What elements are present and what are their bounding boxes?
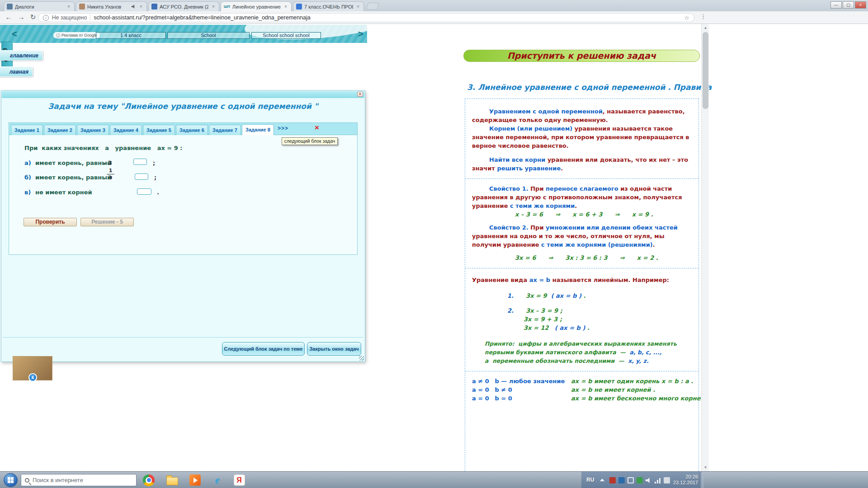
cases-table-row: а = 0 b ≠ 0 ах = b не имеет корней . xyxy=(472,385,692,394)
item-b-tail: ; xyxy=(154,174,156,181)
scroll-down-icon[interactable]: ▼ xyxy=(702,464,709,471)
answer-input-b[interactable] xyxy=(135,174,148,180)
task-tab-6[interactable]: Задание 6 xyxy=(176,125,208,135)
window-minimize-button[interactable]: — xyxy=(830,1,842,9)
tray-update-icon[interactable] xyxy=(637,477,643,483)
modal-close-icon[interactable]: × xyxy=(357,92,363,97)
linear-definition: Уравнение вида ах = b называется линейны… xyxy=(472,276,692,284)
taskbar-clock[interactable]: 20:26 23.12.2017 xyxy=(672,474,698,486)
page-scrollbar[interactable]: ▲ ▼ xyxy=(701,24,709,471)
next-task-block-button[interactable]: Следующий блок задач по теме xyxy=(222,342,305,356)
tray-antivirus-icon[interactable] xyxy=(609,477,616,483)
info-icon[interactable]: i xyxy=(43,15,49,21)
task-tab-2[interactable]: Задание 2 xyxy=(44,125,76,135)
banner-next-arrow[interactable]: > xyxy=(358,29,363,39)
taskbar-explorer-icon[interactable] xyxy=(165,474,179,487)
close-tasks-icon[interactable]: × xyxy=(315,123,319,132)
banner-prev-arrow[interactable]: < xyxy=(12,29,17,39)
tray-network-icon[interactable] xyxy=(655,477,661,483)
sidebar-item-contents[interactable]: главление xyxy=(0,50,43,61)
note-line-1: Принято: цифры в алгебраических выражени… xyxy=(472,339,692,348)
case-result: ах = b не имеет корней . xyxy=(571,386,655,393)
equation-2: 3х = 6 ⇒ 3х : 3 = 6 : 3 ⇒ х = 2 . xyxy=(472,253,692,262)
address-bar[interactable]: i Не защищено school-assistant.ru/?predm… xyxy=(38,13,694,22)
tray-notification-icon[interactable] xyxy=(664,477,670,483)
ad-link-3[interactable]: School school school xyxy=(251,32,321,39)
tab-close-icon[interactable]: × xyxy=(283,4,288,9)
ad-info-icon: i xyxy=(56,33,60,38)
case-condition-b: b ≠ 0 xyxy=(495,385,569,394)
task-tab-4[interactable]: Задание 4 xyxy=(110,125,142,135)
next-block-link[interactable]: >>> xyxy=(278,125,288,131)
browser-tab-dialogs[interactable]: Диалоги × xyxy=(4,1,75,11)
forward-icon[interactable]: → xyxy=(16,13,26,21)
scroll-up-icon[interactable]: ▲ xyxy=(702,24,709,32)
scrollbar-thumb[interactable] xyxy=(703,32,708,109)
case-condition-a: а = 0 xyxy=(472,385,493,394)
new-tab-button[interactable] xyxy=(366,3,379,9)
tray-app-icon[interactable] xyxy=(618,477,625,483)
thumbnail-badge: К xyxy=(28,373,37,382)
check-button[interactable]: Проверить xyxy=(24,218,77,226)
tab-close-icon[interactable]: × xyxy=(355,4,361,9)
cases-table-row: а = 0 b = 0 ах = b имеет бесконечно мног… xyxy=(472,394,692,403)
avatar-favicon xyxy=(79,4,85,9)
start-button[interactable] xyxy=(4,473,18,487)
tray-display-icon[interactable] xyxy=(627,477,634,483)
back-icon[interactable]: ← xyxy=(4,13,14,21)
taskbar-search[interactable]: Поиск в интернете xyxy=(21,474,137,486)
tab-close-icon[interactable]: × xyxy=(211,4,216,9)
tab-audio-icon xyxy=(132,5,136,9)
fraction-denominator: 9 xyxy=(107,174,114,181)
answer-input-a[interactable] xyxy=(133,159,147,165)
cases-table-row: а ≠ 0 b — любое значение ах = b имеет од… xyxy=(472,377,692,385)
ad-badge[interactable]: i Реклама от Google xyxy=(53,32,100,38)
thumbnail-image[interactable]: К xyxy=(13,356,52,380)
taskbar-ie-icon[interactable]: e xyxy=(211,474,224,487)
reload-icon[interactable]: ↻ xyxy=(28,13,38,21)
theory-panel: Уравнением с одной переменной, называетс… xyxy=(465,99,699,471)
language-indicator[interactable]: RU xyxy=(586,477,594,483)
tab-close-icon[interactable]: × xyxy=(138,4,144,9)
close-tasks-window-button[interactable]: Закрыть окно задач xyxy=(307,342,361,356)
tab-close-icon[interactable]: × xyxy=(66,4,71,9)
screen: Диалоги × Никита Уханов × АСУ РСО. Дневн… xyxy=(0,0,868,488)
task-tab-5[interactable]: Задание 5 xyxy=(143,125,175,135)
ad-link-1[interactable]: 1 4 класс xyxy=(96,32,166,39)
solution-button[interactable]: Решение - 5 xyxy=(80,218,134,226)
resize-grip[interactable] xyxy=(359,356,364,361)
task-tab-1[interactable]: Задание 1 xyxy=(11,125,43,135)
task-tab-7[interactable]: Задание 7 xyxy=(209,125,241,135)
theory-paragraph: Найти все корни уравнения или доказать, … xyxy=(472,155,692,173)
window-close-button[interactable]: × xyxy=(855,1,866,9)
tab-title: Диалоги xyxy=(15,4,64,9)
taskbar-media-player-icon[interactable] xyxy=(188,474,202,487)
tray-expand-icon[interactable] xyxy=(600,479,604,481)
window-controls: — ▢ × xyxy=(830,1,866,9)
answer-input-v[interactable] xyxy=(137,188,151,195)
ad-link-2[interactable]: School xyxy=(167,32,250,39)
show-desktop-button[interactable] xyxy=(700,472,703,488)
browser-tab-profile[interactable]: Никита Уханов × xyxy=(76,1,147,11)
task-tab-3[interactable]: Задание 3 xyxy=(77,125,109,135)
task-tab-8[interactable]: Задание 8 xyxy=(242,124,274,135)
bookmark-star-icon[interactable]: ☆ xyxy=(684,14,689,21)
item-a-letter: а) xyxy=(24,160,31,166)
sidebar-item-home[interactable]: лавная xyxy=(0,66,33,77)
case-result: ах = b имеет бесконечно много корней . xyxy=(571,395,709,402)
browser-tab-active[interactable]: ШП Линейное уравнение с × xyxy=(221,1,292,11)
tab-title: АСУ РСО. Дневник (2 че xyxy=(160,4,208,9)
ad-badge-label: Реклама от Google xyxy=(61,33,97,38)
taskbar-yandex-icon[interactable]: Я xyxy=(232,474,246,487)
task-question: При каких значениях а уравнение ах = 9 : xyxy=(24,145,183,151)
item-a-tail: ; xyxy=(153,160,155,166)
browser-menu-icon[interactable]: ⋮ xyxy=(700,13,706,20)
window-maximize-button[interactable]: ▢ xyxy=(843,1,854,9)
case-condition-a: а = 0 xyxy=(472,394,493,403)
taskbar-chrome-icon[interactable] xyxy=(142,474,156,487)
start-solving-button[interactable]: Приступить к решению задач xyxy=(463,50,700,62)
property-1: Свойство 1. При переносе слагаемого из о… xyxy=(472,184,692,210)
browser-tab-asu[interactable]: АСУ РСО. Дневник (2 че × xyxy=(148,1,219,11)
ie-icon: e xyxy=(215,474,220,486)
browser-tab-doc[interactable]: 7 класс.ОЧЕНЬ ПРОШУ × xyxy=(293,1,364,11)
